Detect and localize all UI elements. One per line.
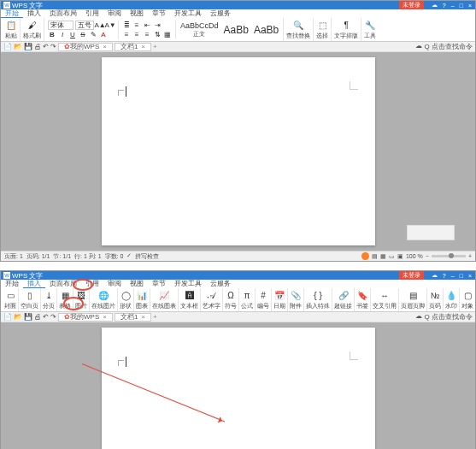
tab-review[interactable]: 审阅 [103,9,126,18]
picture-button[interactable]: 🖼图片 [73,288,90,312]
font-size-select[interactable]: 五号 [75,21,94,30]
tab-references[interactable]: 引用 [81,9,103,18]
align-right-icon[interactable]: ≡ [143,30,151,38]
date-button[interactable]: 📅日期 [272,288,288,312]
close-tab-icon[interactable]: × [141,43,145,51]
header-footer-button[interactable]: ▤页眉页脚 [399,288,427,312]
blank-page-button[interactable]: ▯空白页 [19,288,41,312]
close-icon[interactable]: × [467,273,473,279]
view-read-icon[interactable]: ▣ [397,253,403,260]
bold-button[interactable]: B [48,31,56,39]
qat-redo-icon[interactable]: ↷ [50,313,56,321]
qat-open-icon[interactable]: 📂 [14,43,22,50]
tab-insert[interactable]: 插入 [23,9,45,18]
find-icon[interactable]: 🔍 [292,20,304,32]
close-tab-icon[interactable]: × [103,43,107,51]
wordart-button[interactable]: 𝒜艺术字 [201,288,223,312]
shapes-button[interactable]: ◯形状 [118,288,134,312]
qat-save-icon[interactable]: 💾 [24,43,32,50]
status-page[interactable]: 页面: 1 [4,252,23,261]
table-button[interactable]: ▦表格 [57,288,73,312]
select-icon[interactable]: ⬚ [316,20,328,32]
help-icon[interactable]: ? [441,3,448,9]
tools-icon[interactable]: 🔧 [364,20,376,32]
textbox-button[interactable]: 🅰文本框 [179,288,201,312]
tab-section[interactable]: 章节 [148,9,170,18]
zoom-slider[interactable] [432,255,466,257]
document-page[interactable] [102,57,375,245]
text-layout-icon[interactable]: ¶ [340,20,352,32]
zoom-out-icon[interactable]: − [426,253,429,259]
underline-button[interactable]: U [68,31,77,39]
document-canvas[interactable] [1,322,475,449]
floating-panel[interactable] [407,225,455,240]
view-web-icon[interactable]: ▭ [389,253,395,260]
cloud-icon[interactable]: ☁ [430,272,439,279]
new-tab-icon[interactable]: + [153,43,157,50]
minimize-icon[interactable]: – [450,3,456,9]
maximize-icon[interactable]: □ [458,273,465,279]
style-heading2[interactable]: AaBb [252,24,280,36]
qat-new-icon[interactable]: 📄 [3,43,12,50]
zoom-in-icon[interactable]: + [468,253,472,259]
view-outline-icon[interactable]: ▤ [372,253,378,260]
close-tab-icon[interactable]: × [103,313,107,322]
doc-tab-mywps[interactable]: ✿ 我的WPS × [58,313,113,322]
strike-button[interactable]: S [79,31,87,39]
status-words[interactable]: 字数: 0 [105,252,124,261]
doc-tab-doc1[interactable]: 文档1 × [115,313,151,322]
hyperlink-button[interactable]: 🔗超链接 [332,288,355,312]
page-break-button[interactable]: ⤓分页 [41,288,57,312]
qat-print-icon[interactable]: 🖨 [34,313,41,321]
search-command[interactable]: Q 点击查找命令 [425,312,473,322]
view-print-icon[interactable]: ▦ [380,253,386,260]
bullets-icon[interactable]: ≣ [122,21,131,29]
tab-layout[interactable]: 页面布局 [45,280,81,288]
style-normal[interactable]: AaBbCcDd 正文 [179,21,220,38]
cloud-icon[interactable]: ☁ [430,2,439,9]
roaming-icon[interactable]: ☁ [415,312,422,322]
object-button[interactable]: ▢对象 [460,288,475,312]
online-picture-button[interactable]: 🌐在线图片 [90,288,118,312]
watermark-button[interactable]: 💧水印 [444,288,460,312]
close-icon[interactable]: × [467,3,473,9]
user-badge[interactable]: 未登录 [399,271,424,280]
number-button[interactable]: #编号 [256,288,272,312]
style-heading1[interactable]: AaBb [222,24,250,36]
symbol-button[interactable]: Ω符号 [223,288,239,312]
qat-save-icon[interactable]: 💾 [24,313,32,321]
sogou-ime-icon[interactable] [361,252,369,260]
tab-layout[interactable]: 页面布局 [45,9,81,18]
tab-dev[interactable]: 开发工具 [170,280,206,288]
tab-cloud[interactable]: 云服务 [206,9,235,18]
minimize-icon[interactable]: – [450,273,456,279]
chart-button[interactable]: 📊图表 [134,288,150,312]
close-tab-icon[interactable]: × [141,313,145,322]
shrink-font-icon[interactable]: A▼ [106,21,115,29]
spellcheck-icon[interactable]: ✓ [126,252,132,261]
qat-print-icon[interactable]: 🖨 [34,43,41,50]
font-color-icon[interactable]: A [99,31,108,39]
tab-references[interactable]: 引用 [81,280,103,288]
attachment-button[interactable]: 📎附件 [288,288,304,312]
font-name-select[interactable]: 宋体 [48,21,73,30]
qat-new-icon[interactable]: 📄 [3,313,12,321]
indent-dec-icon[interactable]: ⇤ [143,21,151,29]
shading-icon[interactable]: ▦ [163,30,172,38]
format-painter-icon[interactable]: 🖌 [26,20,38,32]
roaming-icon[interactable]: ☁ [415,42,422,51]
page-number-button[interactable]: №页码 [427,288,444,312]
highlight-icon[interactable]: ✎ [89,31,97,39]
tab-view[interactable]: 视图 [126,280,148,288]
tab-insert[interactable]: 插入 [23,280,45,288]
tab-cloud[interactable]: 云服务 [206,280,235,288]
doc-tab-doc1[interactable]: 文档1 × [115,43,151,51]
align-center-icon[interactable]: ≡ [132,30,141,38]
status-ime[interactable]: 拼写检查 [135,252,159,261]
maximize-icon[interactable]: □ [458,3,465,9]
qat-undo-icon[interactable]: ↶ [43,43,49,50]
field-button[interactable]: { }插入特殊 [304,288,332,312]
align-left-icon[interactable]: ≡ [122,30,131,38]
tab-dev[interactable]: 开发工具 [170,9,206,18]
status-section[interactable]: 节: 1/1 [53,252,71,261]
